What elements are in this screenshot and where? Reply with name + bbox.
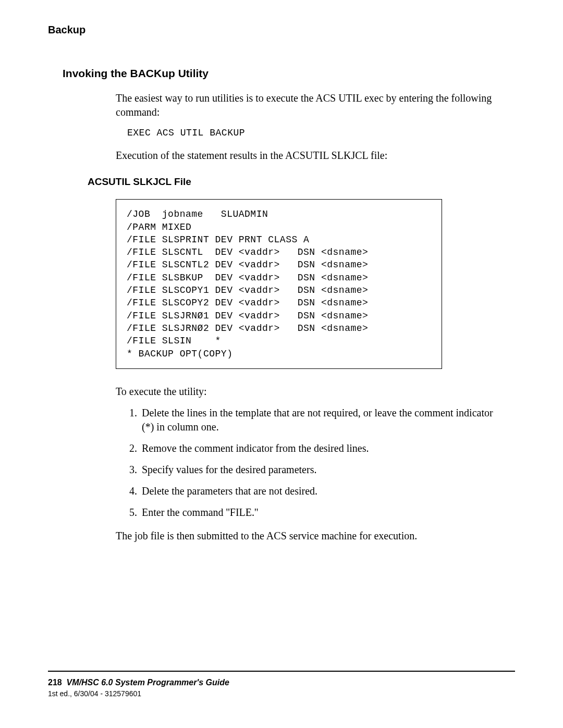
step-item: Specify values for the desired parameter… [140,463,505,477]
section-heading: Invoking the BACKup Utility [63,67,515,80]
footer-rule [48,671,515,672]
running-header: Backup [48,24,515,36]
page-footer: 218 VM/HSC 6.0 System Programmer's Guide… [48,671,515,698]
after-command-paragraph: Execution of the statement results in th… [116,149,505,163]
subsection-heading: ACSUTIL SLKJCL File [88,176,515,188]
body-block-2: To execute the utility: Delete the lines… [116,385,505,543]
footer-line-1: 218 VM/HSC 6.0 System Programmer's Guide [48,678,515,687]
exec-lead: To execute the utility: [116,385,505,399]
step-item: Delete the lines in the template that ar… [140,406,505,434]
page: Backup Invoking the BACKup Utility The e… [0,0,563,728]
exec-command: EXEC ACS UTIL BACKUP [127,127,505,139]
footer-line-2: 1st ed., 6/30/04 - 312579601 [48,689,515,698]
page-number: 218 [48,678,62,687]
step-item: Remove the comment indicator from the de… [140,441,505,455]
intro-paragraph: The easiest way to run utilities is to e… [116,91,505,119]
step-item: Enter the command ''FILE.'' [140,505,505,520]
jcl-code-block: /JOB jobname SLUADMIN /PARM MIXED /FILE … [116,199,442,369]
step-item: Delete the parameters that are not desir… [140,484,505,498]
steps-list: Delete the lines in the template that ar… [116,406,505,520]
book-title: VM/HSC 6.0 System Programmer's Guide [67,678,229,687]
closing-paragraph: The job file is then submitted to the AC… [116,529,505,543]
body-block-1: The easiest way to run utilities is to e… [116,91,505,163]
